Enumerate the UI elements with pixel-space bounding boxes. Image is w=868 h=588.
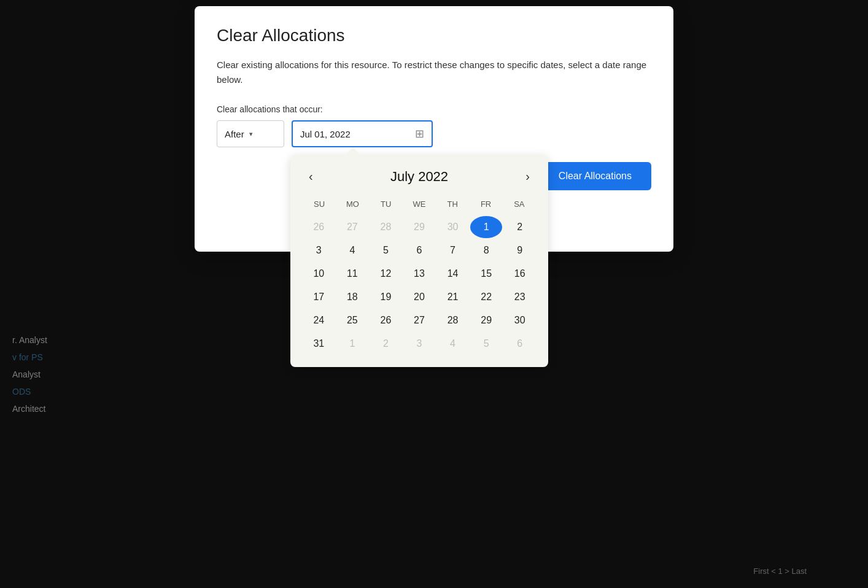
calendar-days: 2627282930123456789101112131415161718192… [303,216,536,355]
calendar-day: 3 [403,333,436,355]
calendar-day[interactable]: 12 [370,263,402,285]
calendar-day[interactable]: 4 [336,239,369,261]
modal-label: Clear allocations that occur: [217,104,651,114]
calendar-day-headers: SU MO TU WE TH FR SA [303,197,536,211]
calendar-day[interactable]: 20 [403,286,436,308]
day-header-we: WE [403,197,436,211]
calendar-day[interactable]: 7 [436,239,469,261]
clear-allocations-modal: Clear Allocations Clear existing allocat… [195,6,673,252]
calendar-day[interactable]: 10 [303,263,335,285]
calendar-day[interactable]: 28 [436,309,469,331]
calendar-day[interactable]: 27 [403,309,436,331]
calendar-day: 27 [336,216,369,238]
calendar-day: 5 [470,333,503,355]
date-row: After ▾ Jul 01, 2022 ⊞ ‹ July 2022 › SU [217,120,651,147]
modal-description: Clear existing allocations for this reso… [217,58,651,87]
day-header-sa: SA [503,197,536,211]
calendar-day[interactable]: 13 [403,263,436,285]
calendar-day[interactable]: 5 [370,239,402,261]
dropdown-value: After [225,129,244,139]
calendar-day[interactable]: 11 [336,263,369,285]
calendar-day[interactable]: 26 [370,309,402,331]
calendar-day: 2 [370,333,402,355]
day-header-th: TH [436,197,469,211]
chevron-down-icon: ▾ [249,130,253,138]
calendar-day[interactable]: 9 [503,239,536,261]
calendar-day: 30 [436,216,469,238]
calendar-day[interactable]: 30 [503,309,536,331]
calendar-day[interactable]: 2 [503,216,536,238]
clear-allocations-button[interactable]: Clear Allocations [539,162,651,190]
calendar-day[interactable]: 19 [370,286,402,308]
calendar-day: 1 [336,333,369,355]
calendar-day[interactable]: 3 [303,239,335,261]
calendar-day[interactable]: 31 [303,333,335,355]
day-header-su: SU [303,197,336,211]
calendar-day[interactable]: 21 [436,286,469,308]
calendar-day[interactable]: 8 [470,239,503,261]
occurrence-dropdown[interactable]: After ▾ [217,120,284,147]
day-header-fr: FR [469,197,502,211]
calendar-icon[interactable]: ⊞ [415,127,424,141]
prev-month-button[interactable]: ‹ [303,167,319,186]
next-month-button[interactable]: › [519,167,536,186]
calendar-day[interactable]: 22 [470,286,503,308]
calendar-day[interactable]: 15 [470,263,503,285]
day-header-mo: MO [336,197,369,211]
calendar-day[interactable]: 17 [303,286,335,308]
calendar-day[interactable]: 18 [336,286,369,308]
calendar-day[interactable]: 16 [503,263,536,285]
modal-title: Clear Allocations [217,26,651,45]
calendar-day[interactable]: 29 [470,309,503,331]
calendar-popup: ‹ July 2022 › SU MO TU WE TH FR SA [290,155,548,367]
calendar-day[interactable]: 23 [503,286,536,308]
calendar-day: 4 [436,333,469,355]
calendar-day[interactable]: 6 [403,239,436,261]
calendar-day[interactable]: 14 [436,263,469,285]
calendar-header: ‹ July 2022 › [303,167,536,186]
calendar-day: 26 [303,216,335,238]
calendar-day[interactable]: 25 [336,309,369,331]
calendar-month-year: July 2022 [390,169,448,185]
calendar-day[interactable]: 24 [303,309,335,331]
modal-overlay: Clear Allocations Clear existing allocat… [0,0,868,588]
date-input-value: Jul 01, 2022 [300,129,409,139]
date-input-wrapper[interactable]: Jul 01, 2022 ⊞ [292,120,433,147]
calendar-day: 6 [503,333,536,355]
calendar-day: 29 [403,216,436,238]
calendar-day: 28 [370,216,402,238]
day-header-tu: TU [370,197,403,211]
calendar-day[interactable]: 1 [470,216,503,238]
calendar-grid: SU MO TU WE TH FR SA 2627282930123456789… [303,197,536,355]
